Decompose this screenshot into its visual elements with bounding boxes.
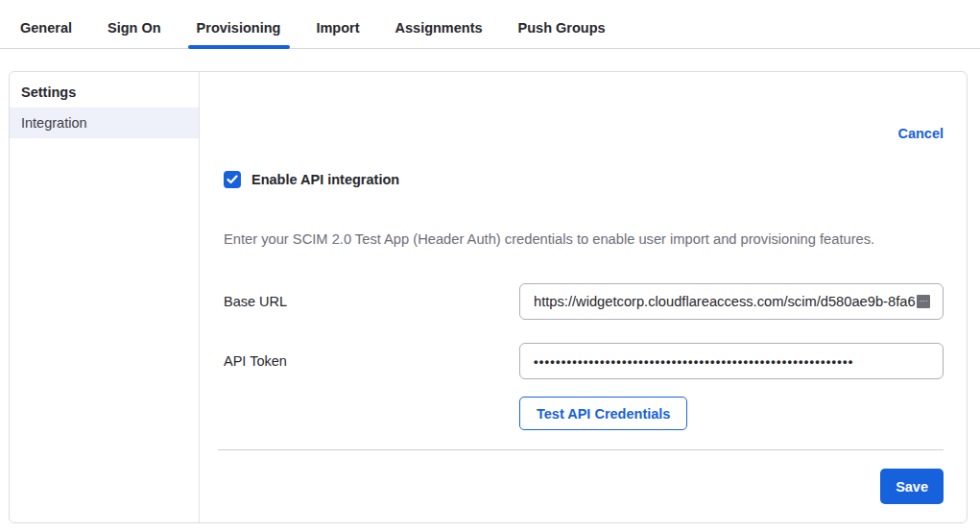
base-url-row: Base URL ⋯ [224,283,944,320]
tab-push-groups[interactable]: Push Groups [518,8,606,48]
test-api-credentials-button[interactable]: Test API Credentials [519,397,687,430]
api-token-label: API Token [224,353,519,369]
tab-assignments[interactable]: Assignments [395,8,483,48]
enable-api-label: Enable API integration [251,172,399,187]
credentials-description: Enter your SCIM 2.0 Test App (Header Aut… [224,230,944,249]
sidebar-item-integration[interactable]: Integration [10,108,199,138]
tab-sign-on[interactable]: Sign On [108,8,161,48]
api-token-input-wrap [519,343,944,379]
check-icon [227,175,238,184]
tab-import[interactable]: Import [316,8,359,48]
api-token-row: API Token [224,343,944,379]
app-tab-bar: General Sign On Provisioning Import Assi… [0,0,980,49]
save-button[interactable]: Save [880,469,944,504]
base-url-label: Base URL [224,294,519,309]
tab-provisioning[interactable]: Provisioning [197,8,281,48]
enable-api-row: Enable API integration [224,171,944,188]
api-token-input[interactable] [519,343,944,379]
sidebar-header: Settings [10,81,199,108]
tab-general[interactable]: General [20,8,72,48]
cancel-button[interactable]: Cancel [897,126,944,141]
base-url-input[interactable] [519,283,944,320]
save-row: Save [224,469,944,504]
test-credentials-row: Test API Credentials [224,397,944,430]
settings-sidebar: Settings Integration [10,72,200,522]
provisioning-panel: Settings Integration Cancel Enable API i… [9,71,968,523]
cancel-row: Cancel [224,126,944,141]
integration-form: Cancel Enable API integration Enter your… [200,72,967,522]
enable-api-checkbox[interactable] [224,171,241,188]
base-url-input-wrap: ⋯ [519,283,944,320]
footer-divider [218,449,944,450]
